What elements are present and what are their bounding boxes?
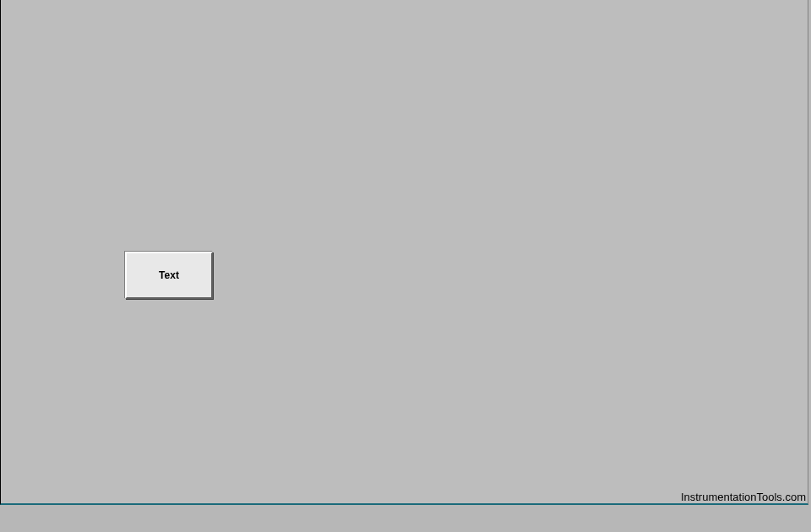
watermark-text: InstrumentationTools.com xyxy=(681,491,806,503)
text-button[interactable]: Text xyxy=(125,252,213,299)
design-canvas: Text xyxy=(0,0,808,505)
